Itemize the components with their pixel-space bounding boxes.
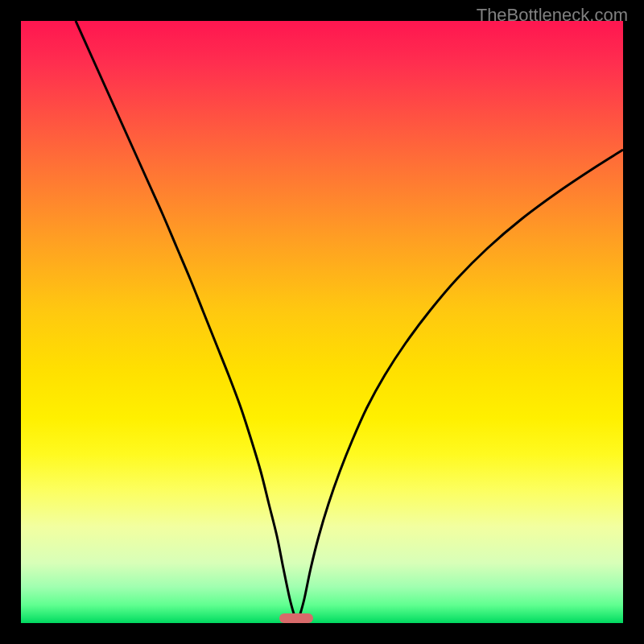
bottleneck-marker	[279, 613, 313, 623]
gradient-background	[21, 21, 623, 623]
watermark-text: TheBottleneck.com	[477, 5, 628, 26]
plot-area	[21, 21, 623, 623]
